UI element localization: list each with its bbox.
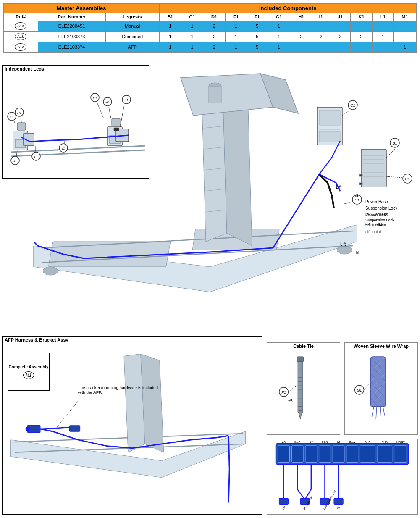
table-row-a1b: A1b ELE2103373 Combined 1 1 2 1 5 1 2 2 … (4, 32, 417, 42)
tilt-callout-label: Tilt (353, 193, 358, 198)
part-a1c: ELE2103374 (38, 42, 105, 53)
val-a1c-j1 (330, 42, 351, 53)
svg-line-122 (372, 407, 374, 417)
complete-assembly-label: Complete Assembly (8, 365, 48, 369)
complete-assembly-box: Complete Assembly M1 (8, 353, 50, 391)
svg-rect-137 (377, 446, 392, 463)
svg-line-128 (364, 384, 370, 390)
f1-badge: F1 (279, 387, 289, 397)
legrests-a1b: Combined (105, 32, 159, 42)
svg-rect-135 (346, 446, 358, 463)
svg-line-155 (297, 489, 305, 500)
svg-text:F1: F1 (281, 390, 286, 394)
val-a1c-h1 (290, 42, 312, 53)
suspension-lock-label: Suspension Lock (365, 218, 394, 222)
svg-rect-20 (209, 86, 221, 103)
svg-rect-130 (278, 446, 290, 463)
col-j1: J1 (330, 13, 351, 21)
woven-sleeve-box: Woven Sleeve Wire Wrap G1 (344, 342, 418, 435)
val-a1b-f1: 5 (247, 32, 268, 42)
svg-text:A2: A2 (310, 441, 313, 444)
val-a1a-c1: 1 (181, 21, 203, 32)
lift-inhibit-label: Lift Inhibit (365, 230, 382, 234)
val-a1c-c1: 1 (181, 42, 203, 53)
val-a1c-i1 (312, 42, 330, 53)
val-a1a-i1 (312, 21, 330, 32)
svg-rect-50 (17, 123, 26, 130)
val-a1a-m1 (393, 21, 416, 32)
lift-label: Lift (340, 242, 346, 247)
svg-text:J1: J1 (13, 159, 17, 163)
table-row-a1a: A1a ELE2200451 Manual 1 1 2 1 5 1 (4, 21, 417, 32)
svg-text:IN-B: IN-B (322, 441, 328, 444)
col-e1: E1 (225, 13, 247, 21)
svg-text:G1: G1 (357, 388, 362, 392)
svg-line-80 (120, 105, 124, 127)
col-c1: C1 (181, 13, 203, 21)
svg-text:H1: H1 (17, 111, 21, 115)
y-harness-callout: "Y" Harness (365, 212, 388, 217)
independent-legs-box: Independent Legs (2, 65, 149, 179)
svg-rect-133 (319, 446, 331, 463)
col-d1: D1 (203, 13, 225, 21)
d1-callout: D1 (403, 174, 412, 183)
val-a1a-h1 (290, 21, 312, 32)
val-a1c-b1: 1 (159, 42, 181, 53)
val-a1a-l1 (373, 21, 394, 32)
header-master: Master Assemblies (4, 4, 160, 13)
svg-line-125 (383, 407, 385, 416)
lift-conn-label: Lift (281, 505, 286, 510)
svg-text:K1: K1 (10, 115, 14, 119)
val-a1c-f1: 5 (247, 42, 268, 53)
val-a1c-e1: 1 (225, 42, 247, 53)
h1-badge-right: H1 (103, 97, 112, 106)
x5-label: x5 (288, 398, 292, 403)
svg-text:H1: H1 (105, 100, 110, 104)
parts-table-section: Master Assemblies Included Components Re… (3, 3, 417, 53)
woven-sleeve-svg: G1 (345, 350, 417, 432)
val-a1a-e1: 1 (225, 21, 247, 32)
table-row-a1c: A1c ELE2103374 AFP 1 1 2 1 5 1 1 (4, 42, 417, 53)
val-a1c-l1 (373, 42, 394, 53)
svg-text:D1: D1 (405, 177, 410, 181)
svg-rect-154 (279, 498, 289, 504)
svg-rect-132 (305, 446, 317, 463)
val-a1c-d1: 2 (203, 42, 225, 53)
c1-callout: C1 (348, 100, 357, 110)
val-a1b-m1 (393, 32, 416, 42)
svg-line-91 (57, 401, 78, 427)
val-a1a-f1: 5 (247, 21, 268, 32)
svg-text:LIGHT: LIGHT (396, 441, 405, 444)
svg-marker-17 (181, 74, 273, 116)
cable-tie-title: Cable Tie (267, 343, 340, 350)
svg-text:E1: E1 (354, 198, 359, 202)
svg-text:J1: J1 (124, 98, 128, 102)
col-ref: Ref# (4, 13, 38, 21)
svg-line-59 (14, 121, 15, 123)
svg-text:IN-C: IN-C (294, 441, 300, 444)
svg-point-5 (43, 267, 58, 275)
val-a1b-g1: 1 (268, 32, 290, 42)
col-b1: B1 (159, 13, 181, 21)
val-a1a-d1: 2 (203, 21, 225, 32)
val-a1b-c1: 1 (181, 32, 203, 42)
right-leg (108, 118, 129, 146)
top-assembly (181, 74, 298, 116)
val-a1b-k1: 2 (350, 32, 372, 42)
b1-callout: B1 (390, 138, 399, 147)
lift-inhibit-callout: Lift Inhibit (365, 223, 383, 227)
col-part: Part Number (38, 13, 105, 21)
parts-table: Master Assemblies Included Components Re… (3, 3, 417, 53)
ref-a1a: A1a (4, 21, 38, 32)
cable-tie-svg: F1 x5 (267, 350, 340, 432)
val-a1c-g1: 1 (268, 42, 290, 53)
connector-diagram-box: A3 IN-C A2 IN-B A1 IN-A BUS BUS LIGHT (267, 439, 418, 515)
l1-badge: L1 (32, 152, 40, 160)
legrests-a1a: Manual (105, 21, 159, 32)
legrests-a1c: AFP (105, 42, 159, 53)
top-connector: A3 IN-C A2 IN-B A1 IN-A BUS BUS LIGHT (276, 441, 409, 464)
val-a1c-k1 (350, 42, 372, 53)
tilt-label: Tilt (355, 250, 360, 255)
col-k1: K1 (350, 13, 372, 21)
indep-legs-svg: K1 H1 J1 L1 I1 K1 (3, 72, 150, 177)
